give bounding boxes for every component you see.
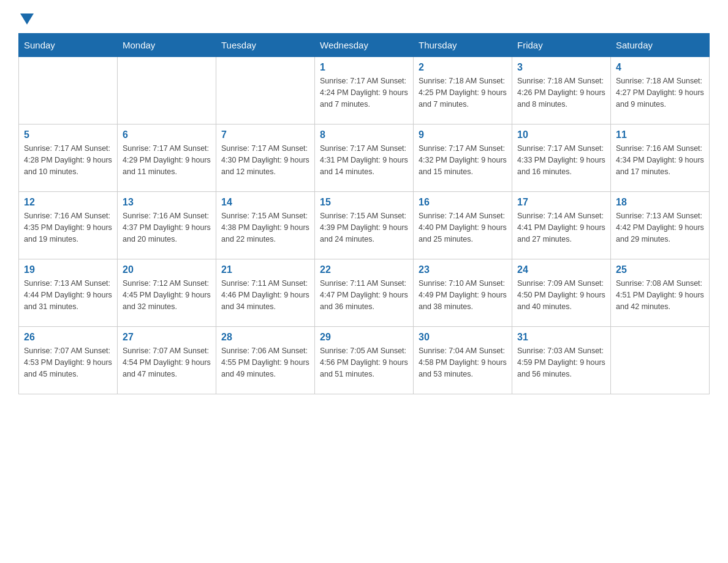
day-info: Sunrise: 7:18 AM Sunset: 4:27 PM Dayligh…	[616, 75, 704, 110]
day-number: 12	[24, 197, 112, 208]
calendar-cell: 13Sunrise: 7:16 AM Sunset: 4:37 PM Dayli…	[118, 192, 216, 259]
calendar-cell: 6Sunrise: 7:17 AM Sunset: 4:29 PM Daylig…	[118, 124, 216, 192]
day-number: 20	[123, 264, 211, 275]
calendar-cell	[19, 57, 118, 124]
day-info: Sunrise: 7:03 AM Sunset: 4:59 PM Dayligh…	[517, 345, 605, 380]
day-info: Sunrise: 7:18 AM Sunset: 4:26 PM Dayligh…	[517, 75, 605, 110]
day-info: Sunrise: 7:11 AM Sunset: 4:46 PM Dayligh…	[221, 278, 309, 312]
calendar-cell: 12Sunrise: 7:16 AM Sunset: 4:35 PM Dayli…	[19, 192, 118, 259]
calendar-cell: 18Sunrise: 7:13 AM Sunset: 4:42 PM Dayli…	[611, 192, 710, 259]
calendar-week-row: 12Sunrise: 7:16 AM Sunset: 4:35 PM Dayli…	[19, 192, 710, 259]
calendar-week-row: 19Sunrise: 7:13 AM Sunset: 4:44 PM Dayli…	[19, 259, 710, 327]
calendar-week-row: 1Sunrise: 7:17 AM Sunset: 4:24 PM Daylig…	[19, 57, 710, 124]
calendar-cell: 17Sunrise: 7:14 AM Sunset: 4:41 PM Dayli…	[512, 192, 611, 259]
day-info: Sunrise: 7:16 AM Sunset: 4:37 PM Dayligh…	[123, 210, 211, 245]
day-number: 21	[221, 264, 309, 275]
day-info: Sunrise: 7:13 AM Sunset: 4:42 PM Dayligh…	[616, 210, 704, 245]
day-info: Sunrise: 7:14 AM Sunset: 4:41 PM Dayligh…	[517, 210, 605, 245]
calendar-week-row: 26Sunrise: 7:07 AM Sunset: 4:53 PM Dayli…	[19, 327, 710, 394]
calendar-cell: 31Sunrise: 7:03 AM Sunset: 4:59 PM Dayli…	[512, 327, 611, 394]
calendar-cell: 20Sunrise: 7:12 AM Sunset: 4:45 PM Dayli…	[118, 259, 216, 327]
calendar-cell: 28Sunrise: 7:06 AM Sunset: 4:55 PM Dayli…	[216, 327, 315, 394]
day-of-week-header: Thursday	[414, 34, 512, 57]
calendar-cell: 27Sunrise: 7:07 AM Sunset: 4:54 PM Dayli…	[118, 327, 216, 394]
day-number: 10	[517, 129, 605, 140]
calendar-cell: 5Sunrise: 7:17 AM Sunset: 4:28 PM Daylig…	[19, 124, 118, 192]
header-row: SundayMondayTuesdayWednesdayThursdayFrid…	[19, 34, 710, 57]
day-info: Sunrise: 7:18 AM Sunset: 4:25 PM Dayligh…	[419, 75, 507, 110]
day-number: 23	[419, 264, 507, 275]
day-info: Sunrise: 7:17 AM Sunset: 4:31 PM Dayligh…	[320, 143, 408, 177]
day-number: 15	[320, 197, 408, 208]
calendar-table: SundayMondayTuesdayWednesdayThursdayFrid…	[18, 33, 710, 394]
calendar-cell: 1Sunrise: 7:17 AM Sunset: 4:24 PM Daylig…	[315, 57, 414, 124]
day-of-week-header: Tuesday	[216, 34, 315, 57]
day-info: Sunrise: 7:17 AM Sunset: 4:28 PM Dayligh…	[24, 143, 112, 177]
logo-triangle-icon	[20, 13, 34, 27]
calendar-cell: 3Sunrise: 7:18 AM Sunset: 4:26 PM Daylig…	[512, 57, 611, 124]
day-of-week-header: Saturday	[611, 34, 710, 57]
day-number: 1	[320, 62, 408, 73]
day-number: 14	[221, 197, 309, 208]
calendar-cell: 16Sunrise: 7:14 AM Sunset: 4:40 PM Dayli…	[414, 192, 512, 259]
day-info: Sunrise: 7:17 AM Sunset: 4:24 PM Dayligh…	[320, 75, 408, 110]
day-number: 26	[24, 332, 112, 343]
calendar-cell: 23Sunrise: 7:10 AM Sunset: 4:49 PM Dayli…	[414, 259, 512, 327]
day-number: 11	[616, 129, 704, 140]
logo	[18, 12, 34, 27]
day-info: Sunrise: 7:15 AM Sunset: 4:39 PM Dayligh…	[320, 210, 408, 245]
day-number: 24	[517, 264, 605, 275]
day-number: 17	[517, 197, 605, 208]
calendar-cell: 7Sunrise: 7:17 AM Sunset: 4:30 PM Daylig…	[216, 124, 315, 192]
day-number: 13	[123, 197, 211, 208]
day-number: 9	[419, 129, 507, 140]
day-info: Sunrise: 7:08 AM Sunset: 4:51 PM Dayligh…	[616, 278, 704, 312]
calendar-cell	[118, 57, 216, 124]
calendar-cell: 4Sunrise: 7:18 AM Sunset: 4:27 PM Daylig…	[611, 57, 710, 124]
day-number: 25	[616, 264, 704, 275]
day-info: Sunrise: 7:09 AM Sunset: 4:50 PM Dayligh…	[517, 278, 605, 312]
day-info: Sunrise: 7:14 AM Sunset: 4:40 PM Dayligh…	[419, 210, 507, 245]
calendar-cell: 19Sunrise: 7:13 AM Sunset: 4:44 PM Dayli…	[19, 259, 118, 327]
day-info: Sunrise: 7:13 AM Sunset: 4:44 PM Dayligh…	[24, 278, 112, 312]
day-info: Sunrise: 7:04 AM Sunset: 4:58 PM Dayligh…	[419, 345, 507, 380]
calendar-cell: 8Sunrise: 7:17 AM Sunset: 4:31 PM Daylig…	[315, 124, 414, 192]
calendar-cell: 30Sunrise: 7:04 AM Sunset: 4:58 PM Dayli…	[414, 327, 512, 394]
day-number: 8	[320, 129, 408, 140]
calendar-cell: 15Sunrise: 7:15 AM Sunset: 4:39 PM Dayli…	[315, 192, 414, 259]
day-info: Sunrise: 7:07 AM Sunset: 4:53 PM Dayligh…	[24, 345, 112, 380]
day-number: 27	[123, 332, 211, 343]
calendar-week-row: 5Sunrise: 7:17 AM Sunset: 4:28 PM Daylig…	[19, 124, 710, 192]
calendar-cell: 9Sunrise: 7:17 AM Sunset: 4:32 PM Daylig…	[414, 124, 512, 192]
calendar-cell: 24Sunrise: 7:09 AM Sunset: 4:50 PM Dayli…	[512, 259, 611, 327]
calendar-cell: 26Sunrise: 7:07 AM Sunset: 4:53 PM Dayli…	[19, 327, 118, 394]
day-number: 7	[221, 129, 309, 140]
day-info: Sunrise: 7:06 AM Sunset: 4:55 PM Dayligh…	[221, 345, 309, 380]
calendar-body: 1Sunrise: 7:17 AM Sunset: 4:24 PM Daylig…	[19, 57, 710, 394]
day-info: Sunrise: 7:05 AM Sunset: 4:56 PM Dayligh…	[320, 345, 408, 380]
day-of-week-header: Sunday	[19, 34, 118, 57]
calendar-cell: 22Sunrise: 7:11 AM Sunset: 4:47 PM Dayli…	[315, 259, 414, 327]
day-info: Sunrise: 7:16 AM Sunset: 4:34 PM Dayligh…	[616, 143, 704, 177]
day-number: 5	[24, 129, 112, 140]
calendar-cell: 10Sunrise: 7:17 AM Sunset: 4:33 PM Dayli…	[512, 124, 611, 192]
day-of-week-header: Friday	[512, 34, 611, 57]
day-number: 6	[123, 129, 211, 140]
calendar-cell: 21Sunrise: 7:11 AM Sunset: 4:46 PM Dayli…	[216, 259, 315, 327]
day-number: 22	[320, 264, 408, 275]
day-info: Sunrise: 7:17 AM Sunset: 4:30 PM Dayligh…	[221, 143, 309, 177]
day-number: 31	[517, 332, 605, 343]
day-of-week-header: Wednesday	[315, 34, 414, 57]
day-number: 16	[419, 197, 507, 208]
day-info: Sunrise: 7:17 AM Sunset: 4:32 PM Dayligh…	[419, 143, 507, 177]
day-info: Sunrise: 7:15 AM Sunset: 4:38 PM Dayligh…	[221, 210, 309, 245]
day-info: Sunrise: 7:11 AM Sunset: 4:47 PM Dayligh…	[320, 278, 408, 312]
day-number: 3	[517, 62, 605, 73]
day-info: Sunrise: 7:12 AM Sunset: 4:45 PM Dayligh…	[123, 278, 211, 312]
day-number: 4	[616, 62, 704, 73]
calendar-header: SundayMondayTuesdayWednesdayThursdayFrid…	[19, 34, 710, 57]
day-number: 2	[419, 62, 507, 73]
day-info: Sunrise: 7:10 AM Sunset: 4:49 PM Dayligh…	[419, 278, 507, 312]
calendar-cell	[216, 57, 315, 124]
calendar-cell: 25Sunrise: 7:08 AM Sunset: 4:51 PM Dayli…	[611, 259, 710, 327]
